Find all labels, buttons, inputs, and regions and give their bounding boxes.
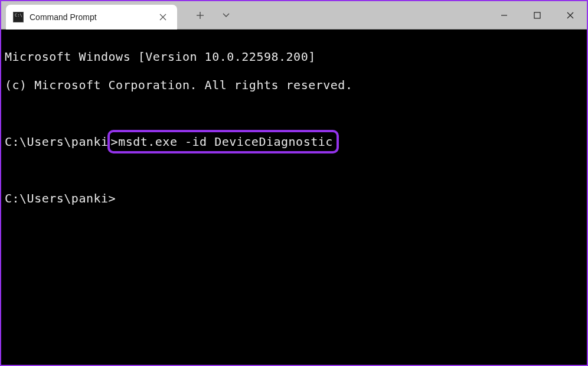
terminal-line: C:\Users\panki> [5, 191, 583, 205]
minimize-button[interactable] [488, 1, 521, 30]
titlebar: C:\ Command Prompt [1, 1, 587, 30]
terminal-line: C:\Users\panki>msdt.exe -id DeviceDiagno… [5, 135, 583, 149]
terminal-output[interactable]: Microsoft Windows [Version 10.0.22598.20… [1, 30, 587, 226]
terminal-line: Microsoft Windows [Version 10.0.22598.20… [5, 50, 583, 64]
terminal-line: (c) Microsoft Corporation. All rights re… [5, 78, 583, 92]
maximize-icon [533, 11, 541, 19]
prompt-path: C:\Users\panki> [5, 191, 116, 205]
command-text: msdt.exe -id DeviceDiagnostic [118, 135, 333, 149]
terminal-line [5, 106, 583, 120]
tab-title: Command Prompt [30, 12, 150, 22]
highlighted-command: >msdt.exe -id DeviceDiagnostic [107, 130, 339, 153]
prompt-gt: > [111, 135, 119, 149]
close-tab-button[interactable] [156, 10, 170, 24]
minimize-icon [500, 11, 508, 19]
close-icon [566, 11, 574, 19]
tab-actions [177, 1, 234, 29]
new-tab-button[interactable] [192, 8, 208, 23]
prompt-path: C:\Users\panki [5, 135, 109, 149]
svg-rect-5 [534, 12, 540, 18]
tab-command-prompt[interactable]: C:\ Command Prompt [6, 5, 177, 30]
cursor [116, 192, 123, 205]
maximize-button[interactable] [521, 1, 554, 30]
close-window-button[interactable] [554, 1, 587, 30]
close-icon [159, 14, 166, 21]
window-controls [488, 1, 587, 29]
plus-icon [196, 11, 204, 19]
tab-dropdown-button[interactable] [218, 8, 234, 23]
chevron-down-icon [222, 12, 230, 18]
terminal-line [5, 163, 583, 177]
command-prompt-icon: C:\ [13, 12, 24, 22]
